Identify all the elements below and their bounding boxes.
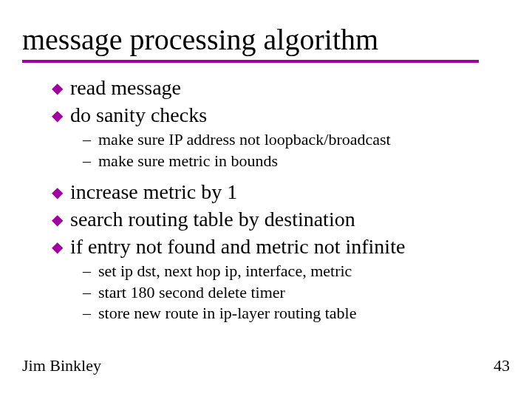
slide-content: ◆ read message ◆ do sanity checks – make… (22, 75, 510, 324)
bullet-text: increase metric by 1 (70, 179, 237, 205)
dash-icon: – (83, 282, 91, 304)
diamond-icon: ◆ (52, 183, 63, 202)
sub-bullet: – set ip dst, next hop ip, interface, me… (83, 261, 510, 282)
bullet-text: do sanity checks (70, 102, 207, 128)
sub-bullet-text: make sure IP address not loopback/broadc… (98, 129, 391, 151)
bullet-increase-metric: ◆ increase metric by 1 (52, 179, 510, 205)
sub-bullet: – make sure metric in bounds (83, 151, 510, 172)
sub-bullet: – start 180 second delete timer (83, 282, 510, 304)
bullet-search-table: ◆ search routing table by destination (52, 206, 510, 232)
sub-bullets: – make sure IP address not loopback/broa… (52, 129, 510, 171)
sub-bullet-text: make sure metric in bounds (98, 151, 278, 172)
sub-bullet: – make sure IP address not loopback/broa… (83, 129, 510, 151)
dash-icon: – (83, 303, 91, 324)
slide-title: message processing algorithm (22, 22, 510, 57)
sub-bullet-text: start 180 second delete timer (98, 282, 285, 304)
sub-bullets: – set ip dst, next hop ip, interface, me… (52, 261, 510, 324)
sub-bullet-text: store new route in ip-layer routing tabl… (98, 303, 356, 324)
dash-icon: – (83, 261, 91, 282)
sub-bullet-text: set ip dst, next hop ip, interface, metr… (98, 261, 352, 282)
dash-icon: – (83, 151, 91, 172)
bullet-text: read message (70, 75, 181, 100)
diamond-icon: ◆ (52, 79, 63, 98)
bullet-read-message: ◆ read message (52, 75, 510, 100)
page-number: 43 (494, 356, 510, 375)
bullet-text: if entry not found and metric not infini… (70, 233, 405, 259)
bullet-text: search routing table by destination (70, 206, 355, 232)
diamond-icon: ◆ (52, 211, 63, 229)
dash-icon: – (83, 129, 91, 151)
bullet-entry-not-found: ◆ if entry not found and metric not infi… (52, 233, 510, 259)
diamond-icon: ◆ (52, 106, 63, 125)
title-underline (22, 60, 479, 63)
footer-author: Jim Binkley (22, 356, 101, 375)
slide: message processing algorithm ◆ read mess… (0, 0, 532, 399)
bullet-sanity-checks: ◆ do sanity checks (52, 102, 510, 128)
sub-bullet: – store new route in ip-layer routing ta… (83, 303, 510, 324)
diamond-icon: ◆ (52, 238, 63, 256)
